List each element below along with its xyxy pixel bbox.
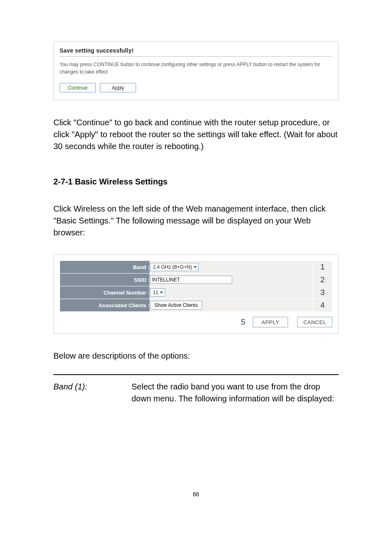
channel-dropdown[interactable]: 11	[150, 288, 165, 297]
page-number: 66	[53, 491, 339, 497]
row-number: 3	[313, 286, 332, 299]
wireless-settings-panel: Band : 2.4 GHz (B+G+N) 1 SSID : 2 Channe…	[53, 254, 339, 334]
channel-label: Channel Number :	[60, 286, 150, 299]
ssid-input[interactable]	[150, 276, 232, 284]
option-key: Band (1):	[53, 381, 131, 405]
cancel-settings-button[interactable]: CANCEL	[297, 317, 332, 327]
apply-settings-button[interactable]: APPLY	[253, 317, 288, 327]
save-settings-panel: Save setting successfully! You may press…	[53, 41, 339, 100]
divider	[53, 374, 339, 375]
clients-value-cell: Show Active Clients	[150, 299, 313, 312]
button-row: Continue Apply	[60, 83, 332, 92]
option-description-row: Band (1): Select the radio band you want…	[53, 381, 339, 405]
channel-value-cell: 11	[150, 286, 313, 299]
settings-table: Band : 2.4 GHz (B+G+N) 1 SSID : 2 Channe…	[60, 260, 332, 312]
apply-button[interactable]: Apply	[100, 83, 136, 92]
ssid-value-cell	[150, 274, 313, 286]
band-label: Band :	[60, 261, 150, 274]
action-row: 5 APPLY CANCEL	[60, 317, 332, 327]
paragraph-basic-settings-intro: Click Wireless on the left side of the W…	[53, 203, 339, 239]
table-row: Associated Clients : Show Active Clients…	[60, 299, 332, 312]
table-row: Channel Number : 11 3	[60, 286, 332, 299]
paragraph-continue-apply: Click "Continue" to go back and continue…	[53, 117, 339, 152]
ssid-label: SSID :	[60, 274, 150, 286]
divider	[60, 56, 332, 57]
table-row: Band : 2.4 GHz (B+G+N) 1	[60, 261, 332, 274]
band-value-cell: 2.4 GHz (B+G+N)	[150, 261, 313, 274]
clients-label: Associated Clients :	[60, 299, 150, 312]
show-active-clients-button[interactable]: Show Active Clients	[150, 301, 202, 310]
continue-button[interactable]: Continue	[60, 83, 96, 92]
band-dropdown[interactable]: 2.4 GHz (B+G+N)	[150, 263, 199, 271]
row-number: 4	[313, 299, 332, 312]
save-description: You may press CONTINUE button to continu…	[60, 61, 332, 76]
row-number: 2	[313, 274, 332, 286]
option-value: Select the radio band you want to use fr…	[131, 381, 339, 405]
action-number: 5	[241, 318, 245, 327]
save-title: Save setting successfully!	[60, 47, 332, 54]
section-heading-basic-wireless: 2-7-1 Basic Wireless Settings	[53, 177, 339, 187]
table-row: SSID : 2	[60, 274, 332, 286]
paragraph-descriptions-intro: Below are descriptions of the options:	[53, 350, 339, 362]
row-number: 1	[313, 261, 332, 274]
